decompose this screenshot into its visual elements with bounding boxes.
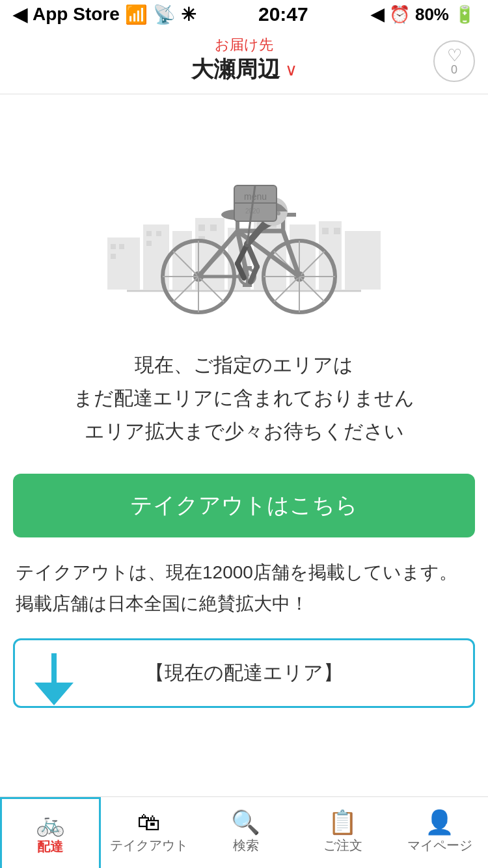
info-line1: テイクアウトは、現在12000店舗を掲載しています。 bbox=[16, 557, 472, 588]
loading-icon: ✳ bbox=[181, 4, 196, 25]
message-text: 現在、ご指定のエリアは まだ配達エリアに含まれておりません エリア拡大まで少々お… bbox=[20, 348, 468, 448]
delivery-area-title: 【現在の配達エリア】 bbox=[28, 660, 460, 686]
svg-rect-15 bbox=[198, 224, 205, 231]
favorites-button[interactable]: ♡ 0 bbox=[433, 40, 475, 82]
svg-text:menu: menu bbox=[244, 191, 267, 202]
orders-tab-icon: 📋 bbox=[328, 811, 357, 834]
tab-takeout[interactable]: 🛍 テイクアウト bbox=[101, 797, 198, 868]
svg-rect-12 bbox=[146, 231, 152, 236]
battery-label: 80% bbox=[415, 5, 449, 25]
takeout-tab-label: テイクアウト bbox=[110, 837, 188, 854]
heart-icon: ♡ bbox=[447, 47, 462, 64]
status-bar: ◀ App Store 📶 📡 ✳ 20:47 ◀ ⏰ 80% 🔋 bbox=[0, 0, 488, 29]
svg-rect-8 bbox=[345, 231, 381, 290]
tab-search[interactable]: 🔍 検索 bbox=[198, 797, 295, 868]
svg-rect-47 bbox=[243, 266, 252, 269]
message-line2: まだ配達エリアに含まれておりません bbox=[20, 381, 468, 414]
search-tab-label: 検索 bbox=[233, 837, 259, 854]
signal-icon: 📶 bbox=[125, 4, 148, 25]
svg-rect-21 bbox=[334, 228, 340, 234]
search-tab-icon: 🔍 bbox=[231, 811, 260, 834]
status-left: ◀ App Store 📶 📡 ✳ bbox=[13, 4, 196, 25]
chevron-down-icon[interactable]: ∨ bbox=[285, 60, 297, 80]
svg-rect-14 bbox=[146, 241, 152, 246]
takeout-tab-icon: 🛍 bbox=[137, 811, 161, 834]
back-arrow: ◀ bbox=[13, 4, 27, 25]
header: お届け先 大瀬周辺 ∨ ♡ 0 bbox=[0, 29, 488, 94]
delivery-area-card: 【現在の配達エリア】 bbox=[13, 638, 475, 708]
tab-mypage[interactable]: 👤 マイページ bbox=[391, 797, 488, 868]
carrier-label: App Store bbox=[33, 4, 120, 25]
delivery-tab-label: 配達 bbox=[37, 838, 63, 856]
status-right: ◀ ⏰ 80% 🔋 bbox=[371, 5, 475, 25]
delivery-illustration: menu 2020 bbox=[107, 120, 381, 316]
info-line2: 掲載店舗は日本全国に絶賛拡大中！ bbox=[16, 588, 472, 619]
svg-rect-11 bbox=[111, 254, 116, 259]
svg-rect-10 bbox=[119, 244, 124, 249]
svg-rect-16 bbox=[210, 224, 217, 231]
message-line1: 現在、ご指定のエリアは bbox=[20, 348, 468, 381]
time-display: 20:47 bbox=[258, 3, 308, 25]
mypage-tab-icon: 👤 bbox=[425, 811, 454, 834]
battery-icon: 🔋 bbox=[454, 5, 475, 25]
svg-rect-13 bbox=[156, 231, 161, 236]
orders-tab-label: ご注文 bbox=[323, 837, 362, 854]
location-name: 大瀬周辺 bbox=[191, 55, 280, 85]
takeout-button[interactable]: テイクアウトはこちら bbox=[13, 474, 475, 537]
location-row[interactable]: 大瀬周辺 ∨ bbox=[13, 55, 475, 85]
tab-delivery[interactable]: 🚲 配達 bbox=[0, 797, 101, 868]
illustration-area: menu 2020 bbox=[13, 94, 475, 335]
arrow-indicator bbox=[34, 653, 74, 708]
delivery-tab-icon: 🚲 bbox=[36, 812, 65, 835]
svg-rect-9 bbox=[111, 244, 116, 249]
alarm-icon: ⏰ bbox=[389, 5, 410, 25]
mypage-tab-label: マイページ bbox=[407, 837, 472, 854]
svg-marker-65 bbox=[34, 683, 74, 705]
blue-arrow-icon bbox=[34, 653, 74, 705]
tab-orders[interactable]: 📋 ご注文 bbox=[294, 797, 391, 868]
delivery-label: お届け先 bbox=[13, 35, 475, 55]
info-text: テイクアウトは、現在12000店舗を掲載しています。 掲載店舗は日本全国に絶賛拡… bbox=[13, 557, 475, 638]
svg-rect-20 bbox=[322, 228, 329, 234]
location-icon: ◀ bbox=[371, 5, 384, 25]
message-area: 現在、ご指定のエリアは まだ配達エリアに含まれておりません エリア拡大まで少々お… bbox=[13, 335, 475, 474]
favorites-count: 0 bbox=[451, 64, 457, 75]
wifi-icon: 📡 bbox=[153, 4, 176, 25]
tab-bar: 🚲 配達 🛍 テイクアウト 🔍 検索 📋 ご注文 👤 マイページ bbox=[0, 796, 488, 868]
main-content: menu 2020 現在、ご指定のエリアは まだ配達エリアに含まれておりません … bbox=[0, 94, 488, 708]
message-line3: エリア拡大まで少々お待ちください bbox=[20, 414, 468, 448]
